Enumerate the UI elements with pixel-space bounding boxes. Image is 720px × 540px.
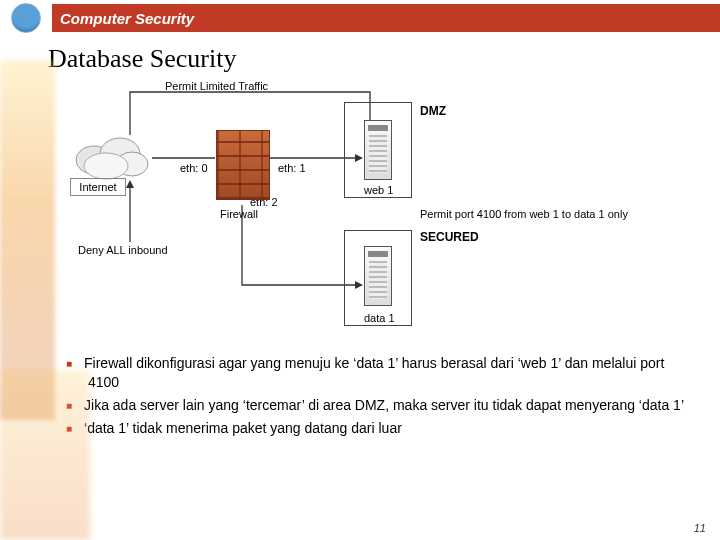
bullet-item: Jika ada server lain yang ‘tercemar’ di …: [88, 396, 690, 415]
page-number: 11: [694, 522, 706, 534]
internet-label: Internet: [79, 181, 116, 193]
firewall-icon: [216, 130, 270, 200]
dmz-label: DMZ: [420, 104, 446, 118]
eth0-label: eth: 0: [180, 162, 208, 174]
course-title: Computer Security: [52, 4, 720, 32]
permit-port-note: Permit port 4100 from web 1 to data 1 on…: [420, 208, 650, 220]
secured-label: SECURED: [420, 230, 479, 244]
network-diagram: Permit Limited Traffic Internet eth: 0 e…: [70, 80, 680, 340]
web1-label: web 1: [364, 184, 393, 196]
svg-marker-3: [126, 180, 134, 188]
logo-cell: [0, 0, 52, 36]
deny-inbound-label: Deny ALL inbound: [78, 244, 168, 256]
brain-logo-icon: [11, 3, 41, 33]
data1-label: data 1: [364, 312, 395, 324]
data1-server-icon: [364, 246, 392, 306]
bullet-item: ‘data 1’ tidak menerima paket yang datan…: [88, 419, 690, 438]
bullet-block: Firewall dikonfigurasi agar yang menuju …: [62, 354, 690, 438]
internet-cloud-icon: [72, 132, 152, 180]
firewall-label: Firewall: [220, 208, 258, 220]
internet-label-box: Internet: [70, 178, 126, 196]
bullet-item: Firewall dikonfigurasi agar yang menuju …: [88, 354, 690, 392]
side-decoration: [0, 60, 55, 420]
permit-limited-label: Permit Limited Traffic: [165, 80, 268, 92]
slide-title: Database Security: [48, 44, 720, 74]
eth1-label: eth: 1: [278, 162, 306, 174]
web1-server-icon: [364, 120, 392, 180]
svg-point-7: [84, 153, 128, 179]
header-bar: Computer Security: [0, 0, 720, 36]
